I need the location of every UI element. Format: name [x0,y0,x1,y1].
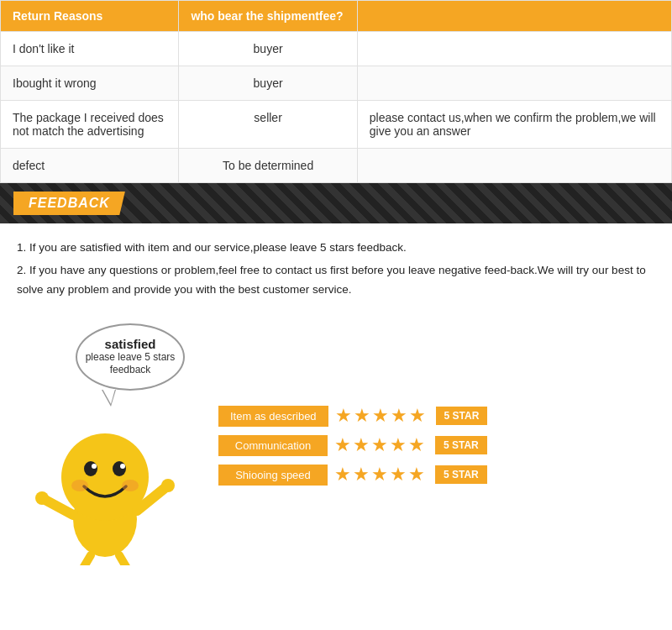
return-reasons-table: Return Reasons who bear the shipmentfee?… [0,0,672,183]
rating-label: Item as described [218,406,328,427]
table-cell-reason: Ibought it wrong [1,66,179,101]
table-header-note [357,1,671,32]
svg-point-15 [122,480,139,491]
ratings-section: Item as described★★★★★5 STARCommunicatio… [218,406,487,486]
feedback-line2: 2. If you have any questions or problem,… [17,261,655,300]
feedback-text: 1. If you are satisfied with item and ou… [0,223,672,315]
star-icon: ★ [409,407,426,425]
star-icon: ★ [390,465,407,484]
table-cell-note [357,32,671,66]
table-row: Ibought it wrongbuyer [1,66,672,101]
svg-point-14 [71,480,88,491]
feedback-label: FEEDBACK [13,192,125,215]
star-icon: ★ [335,407,352,425]
rating-row: Shiooing speed★★★★★5 STAR [218,465,487,486]
svg-line-10 [80,555,91,565]
table-cell-fee: buyer [179,66,357,101]
star-icon: ★ [353,465,370,484]
svg-point-9 [161,479,175,492]
star-icon: ★ [334,465,351,484]
rating-label: Communication [218,435,328,456]
table-cell-reason: The package I received does not match th… [1,101,179,149]
svg-point-2 [84,461,97,476]
svg-line-11 [119,555,130,565]
rating-badge: 5 STAR [435,465,487,484]
speech-bubble: satisfied please leave 5 starsfeedback [76,323,185,391]
rating-stars: ★★★★★ [334,465,425,484]
rating-badge: 5 STAR [436,407,488,425]
smiley-area: satisfied please leave 5 starsfeedback [25,323,210,568]
star-icon: ★ [354,407,370,425]
feedback-line1: 1. If you are satisfied with item and ou… [17,239,655,258]
rating-stars: ★★★★★ [334,436,425,454]
table-cell-note [357,149,671,183]
table-row: defectTo be determined [1,149,672,183]
svg-point-3 [113,461,126,476]
rating-row: Communication★★★★★5 STAR [218,435,487,456]
smiley-section: satisfied please leave 5 starsfeedback [0,315,672,593]
speech-sub: please leave 5 starsfeedback [86,351,176,377]
table-row: I don't like itbuyer [1,32,672,66]
feedback-banner: FEEDBACK [0,183,672,223]
rating-label: Shiooing speed [218,465,328,486]
table-cell-note: please contact us,when we confirm the pr… [357,101,671,149]
table-header-fee: who bear the shipmentfee? [179,1,357,32]
table-cell-reason: I don't like it [1,32,179,66]
table-cell-fee: seller [179,101,357,149]
table-row: The package I received does not match th… [1,101,672,149]
svg-point-7 [35,491,49,505]
star-icon: ★ [390,436,407,454]
star-icon: ★ [408,465,425,484]
rating-badge: 5 STAR [435,436,487,454]
star-icon: ★ [391,407,407,425]
star-icon: ★ [372,407,389,425]
star-icon: ★ [334,436,351,454]
table-cell-fee: buyer [179,32,357,66]
table-cell-reason: defect [1,149,179,183]
svg-point-4 [92,464,97,469]
svg-point-5 [120,464,125,469]
star-icon: ★ [353,436,370,454]
star-icon: ★ [408,436,425,454]
star-icon: ★ [371,436,388,454]
rating-row: Item as described★★★★★5 STAR [218,406,487,427]
star-icon: ★ [371,465,388,484]
table-header-reason: Return Reasons [1,1,179,32]
rating-stars: ★★★★★ [335,407,426,425]
table-cell-note [357,66,671,101]
speech-main: satisfied [105,337,156,351]
table-cell-fee: To be determined [179,149,357,183]
smiley-character [25,397,210,568]
